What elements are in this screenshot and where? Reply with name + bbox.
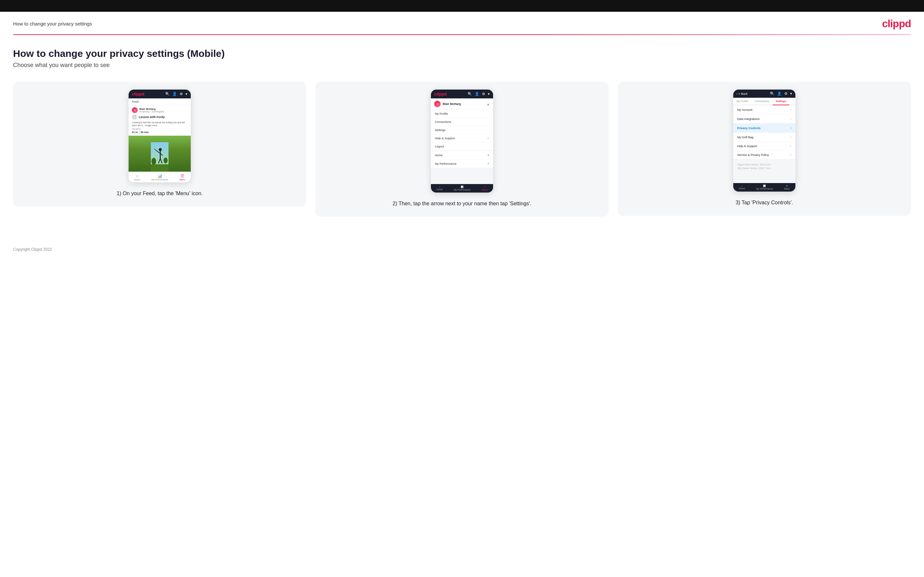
phone2-menu-help[interactable]: Help & Support — [431, 134, 493, 143]
svg-point-2 — [152, 158, 156, 165]
phone3-version-line-2: GQL Server Version: 2022.7.30-1 — [737, 166, 792, 170]
phone3-version-info: Clippd Client Version: 2022.8.3-3 GQL Se… — [733, 160, 795, 173]
chevron-right-icon-2: › — [790, 117, 792, 121]
phone1-bottom-performance: 📊 My Performance — [152, 174, 168, 181]
page-heading: How to change your privacy settings (Mob… — [13, 48, 911, 59]
profile-icon: 👤 — [173, 92, 177, 96]
top-bar — [0, 0, 924, 12]
phone3-data-integrations[interactable]: Data Integrations › — [733, 114, 795, 124]
settings-icon-2: ⚙ — [482, 92, 485, 96]
page-subheading: Choose what you want people to see — [13, 62, 911, 69]
settings-icon-3: ⚙ — [784, 92, 788, 96]
footer-copyright: Copyright Clippd 2022 — [13, 247, 52, 252]
steps-container: clippd 🔍 👤 ⚙ ▾ Feed B Blair McHarg — [13, 82, 911, 217]
phone2-nav: clippd 🔍 👤 ⚙ ▾ — [431, 90, 493, 98]
phone1-lesson-icon: 📋 — [132, 114, 137, 120]
dropdown-icon: ▾ — [186, 92, 187, 96]
phone1-duration-value: 01 hr : 30 min — [132, 131, 187, 134]
phone2-user-left: B Blair McHarg — [434, 101, 461, 107]
phone2-nav-icons: 🔍 👤 ⚙ ▾ — [468, 92, 490, 96]
phone-mockup-3: ‹ < Back 🔍 👤 ⚙ ▾ My Profile Connections … — [733, 90, 795, 192]
chevron-down-icon-2: ▾ — [488, 162, 489, 165]
phone1-post-sub: Yesterday · Sunningdale — [139, 111, 164, 113]
tab-connections[interactable]: Connections — [751, 98, 772, 105]
phone2-bottom-performance: 📊 My Performance — [454, 186, 470, 191]
tab-settings[interactable]: Settings — [772, 98, 790, 105]
phone-mockup-1: clippd 🔍 👤 ⚙ ▾ Feed B Blair McHarg — [129, 90, 191, 182]
menu-icon: ☰ — [181, 174, 184, 178]
phone3-bottom-menu[interactable]: ☰ Menu — [784, 185, 790, 190]
chevron-up-icon: ▲ — [486, 102, 490, 106]
main-content: How to change your privacy settings (Mob… — [0, 35, 924, 230]
phone3-help-support[interactable]: Help & Support ↗ — [733, 142, 795, 151]
phone2-menu-logout[interactable]: Logout — [431, 143, 493, 151]
phone1-post-header: B Blair McHarg Yesterday · Sunningdale — [132, 107, 187, 113]
phone2-username: Blair McHarg — [443, 102, 461, 106]
phone2-menu-my-profile[interactable]: My Profile — [431, 110, 493, 118]
phone2-bottom-menu[interactable]: ✕ Menu — [481, 186, 488, 191]
header: How to change your privacy settings clip… — [0, 12, 924, 34]
phone1-post-name: Blair McHarg — [139, 108, 164, 111]
phone1-golf-image — [129, 136, 191, 172]
back-arrow-icon: ‹ — [737, 92, 738, 95]
phone3-nav-icons: 🔍 👤 ⚙ ▾ — [770, 92, 792, 96]
phone2-section-performance[interactable]: My Performance ▾ — [431, 159, 493, 168]
phone3-service-privacy[interactable]: Service & Privacy Policy ↗ — [733, 151, 795, 160]
back-button[interactable]: ‹ < Back — [737, 92, 748, 95]
phone1-post: B Blair McHarg Yesterday · Sunningdale 📋… — [129, 105, 191, 136]
phone2-section-home[interactable]: Home ▾ — [431, 151, 493, 159]
svg-point-4 — [159, 148, 162, 151]
footer: Copyright Clippd 2022 — [0, 236, 924, 262]
tab-my-profile[interactable]: My Profile — [733, 98, 751, 105]
step-2-caption: 2) Then, tap the arrow next to your name… — [393, 200, 532, 208]
home-icon-2: ⌂ — [439, 186, 440, 188]
phone1-duration-label: Duration — [132, 128, 187, 130]
header-title: How to change your privacy settings — [13, 21, 92, 26]
phone3-bottom-performance: 📊 My Performance — [756, 185, 773, 190]
phone1-lesson-row: 📋 Lesson with Fordy — [132, 114, 187, 120]
phone-mockup-2: clippd 🔍 👤 ⚙ ▾ B Blair McHarg ▲ — [431, 90, 493, 193]
search-icon-3: 🔍 — [770, 92, 774, 96]
phone3-privacy-controls[interactable]: Privacy Controls › — [733, 124, 795, 133]
step-1-caption: 1) On your Feed, tap the 'Menu' icon. — [116, 190, 202, 197]
svg-point-3 — [163, 158, 168, 163]
chevron-right-icon: › — [790, 108, 792, 111]
profile-icon-3: 👤 — [777, 92, 782, 96]
step-1-card: clippd 🔍 👤 ⚙ ▾ Feed B Blair McHarg — [13, 82, 306, 206]
phone2-bottom-bar: ⌂ Home 📊 My Performance ✕ Menu — [431, 184, 493, 193]
phone3-version-line-1: Clippd Client Version: 2022.8.3-3 — [737, 163, 792, 166]
phone1-logo: clippd — [132, 92, 144, 97]
phone3-spacer — [733, 173, 795, 183]
phone3-my-golf-bag[interactable]: My Golf Bag › — [733, 133, 795, 142]
phone3-bottom-home: ⌂ Home — [739, 185, 745, 190]
search-icon: 🔍 — [165, 92, 170, 96]
phone1-bottom-menu[interactable]: ☰ Menu — [179, 174, 185, 181]
phone1-bottom-bar: ⌂ Home 📊 My Performance ☰ Menu — [129, 172, 191, 182]
phone1-avatar: B — [132, 107, 138, 113]
svg-rect-1 — [151, 164, 168, 172]
phone3-my-account[interactable]: My Account › — [733, 105, 795, 114]
phone2-user-row[interactable]: B Blair McHarg ▲ — [431, 98, 493, 110]
home-icon-3: ⌂ — [741, 185, 742, 187]
phone1-post-meta: Blair McHarg Yesterday · Sunningdale — [139, 108, 164, 113]
phone2-avatar: B — [434, 101, 441, 107]
chevron-right-icon-3: › — [790, 126, 792, 130]
phone1-nav: clippd 🔍 👤 ⚙ ▾ — [129, 90, 191, 98]
home-icon: ⌂ — [136, 174, 138, 178]
phone1-lesson-title: Lesson with Fordy — [139, 115, 165, 119]
close-icon: ✕ — [484, 186, 486, 188]
step-3-card: ‹ < Back 🔍 👤 ⚙ ▾ My Profile Connections … — [618, 82, 911, 216]
phone1-nav-icons: 🔍 👤 ⚙ ▾ — [165, 92, 187, 96]
phone2-menu-connections[interactable]: Connections — [431, 118, 493, 126]
phone3-header: ‹ < Back 🔍 👤 ⚙ ▾ — [733, 90, 795, 98]
phone2-spacer — [431, 168, 493, 184]
external-link-icon-2: ↗ — [789, 154, 792, 156]
search-icon-2: 🔍 — [468, 92, 472, 96]
chart-icon-2: 📊 — [461, 186, 464, 188]
settings-icon: ⚙ — [179, 92, 183, 96]
profile-icon-2: 👤 — [475, 92, 479, 96]
logo: clippd — [882, 18, 911, 30]
dropdown-icon-2: ▾ — [488, 92, 490, 96]
phone2-menu-settings[interactable]: Settings — [431, 126, 493, 134]
phone2-logo: clippd — [434, 92, 447, 97]
